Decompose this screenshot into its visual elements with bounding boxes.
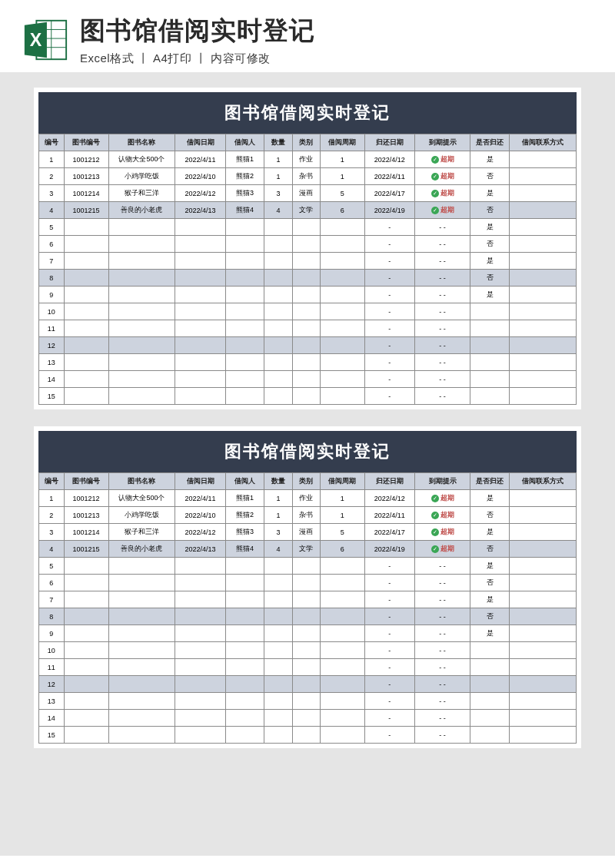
cell <box>510 337 577 354</box>
cell: 10 <box>39 303 65 320</box>
table-row: 6-- -否 <box>39 236 577 253</box>
cell <box>470 320 510 337</box>
cell <box>64 608 108 625</box>
cell: ✓超期 <box>414 524 470 541</box>
cell <box>264 659 292 676</box>
cell: ✓超期 <box>414 490 470 507</box>
cell <box>320 710 364 727</box>
cell <box>470 727 510 744</box>
cell: 2022/4/19 <box>364 541 414 558</box>
cell: 1 <box>39 151 65 168</box>
cell: 3 <box>39 185 65 202</box>
check-icon: ✓ <box>431 528 439 536</box>
cell: 1 <box>264 490 292 507</box>
cell <box>292 270 320 287</box>
cell <box>292 591 320 608</box>
cell: - - <box>414 676 470 693</box>
cell <box>64 693 108 710</box>
cell <box>470 388 510 405</box>
cell <box>470 371 510 388</box>
table-row: 14-- - <box>39 710 577 727</box>
cell: - - <box>414 642 470 659</box>
table-row: 9-- -是 <box>39 287 577 303</box>
cell: - <box>364 558 414 575</box>
cell <box>108 591 175 608</box>
cell <box>320 371 364 388</box>
cell: 1 <box>320 490 364 507</box>
cell: 熊猫3 <box>225 524 264 541</box>
cell <box>64 388 108 405</box>
cell: 1001212 <box>64 490 108 507</box>
cell: 熊猫4 <box>225 202 264 219</box>
cell: 是 <box>470 625 510 642</box>
table-row: 15-- - <box>39 388 577 405</box>
cell <box>510 202 577 219</box>
cell <box>225 270 264 287</box>
cell: - - <box>414 337 470 354</box>
cell <box>108 320 175 337</box>
cell: 2022/4/19 <box>364 202 414 219</box>
cell <box>320 236 364 253</box>
cell: 2022/4/11 <box>175 490 225 507</box>
cell: 2 <box>39 507 65 524</box>
cell: - <box>364 727 414 744</box>
cell <box>108 625 175 642</box>
cell <box>64 320 108 337</box>
cell: 6 <box>39 575 65 591</box>
column-header: 到期提示 <box>414 473 470 490</box>
cell: 是 <box>470 151 510 168</box>
cell <box>470 676 510 693</box>
cell <box>264 693 292 710</box>
cell <box>175 625 225 642</box>
table-row: 5-- -是 <box>39 219 577 236</box>
cell <box>108 693 175 710</box>
cell: 11 <box>39 659 65 676</box>
cell: 2022/4/11 <box>364 507 414 524</box>
cell <box>470 337 510 354</box>
cell: 猴子和三洋 <box>108 185 175 202</box>
cell: ✓超期 <box>414 202 470 219</box>
cell <box>64 659 108 676</box>
cell: - <box>364 575 414 591</box>
cell: 13 <box>39 354 65 371</box>
cell <box>264 236 292 253</box>
column-header: 图书名称 <box>108 134 175 151</box>
cell: 5 <box>320 524 364 541</box>
cell: 是 <box>470 185 510 202</box>
cell <box>264 388 292 405</box>
cell <box>264 710 292 727</box>
cell <box>225 303 264 320</box>
cell <box>320 558 364 575</box>
cell: 1001214 <box>64 524 108 541</box>
cell <box>225 642 264 659</box>
cell: 14 <box>39 710 65 727</box>
cell <box>510 591 577 608</box>
cell <box>510 388 577 405</box>
cell <box>320 575 364 591</box>
cell <box>64 575 108 591</box>
check-icon: ✓ <box>431 545 439 553</box>
cell <box>108 219 175 236</box>
cell: - - <box>414 608 470 625</box>
table-row: 21001213小鸡学吃饭2022/4/10熊猫21杂书12022/4/11✓超… <box>39 507 577 524</box>
cell <box>64 710 108 727</box>
cell <box>108 388 175 405</box>
cell: 2022/4/10 <box>175 168 225 185</box>
cell: 2022/4/17 <box>364 524 414 541</box>
cell: 否 <box>470 202 510 219</box>
cell <box>510 558 577 575</box>
cell <box>264 625 292 642</box>
cell <box>264 337 292 354</box>
cell <box>292 693 320 710</box>
cell: 1 <box>320 151 364 168</box>
cell: 9 <box>39 287 65 303</box>
cell: - - <box>414 253 470 270</box>
cell: 文学 <box>292 541 320 558</box>
cell: - <box>364 710 414 727</box>
cell <box>292 236 320 253</box>
cell <box>292 219 320 236</box>
cell <box>292 642 320 659</box>
cell: 1 <box>39 490 65 507</box>
cell: 是 <box>470 524 510 541</box>
cell: 5 <box>39 219 65 236</box>
